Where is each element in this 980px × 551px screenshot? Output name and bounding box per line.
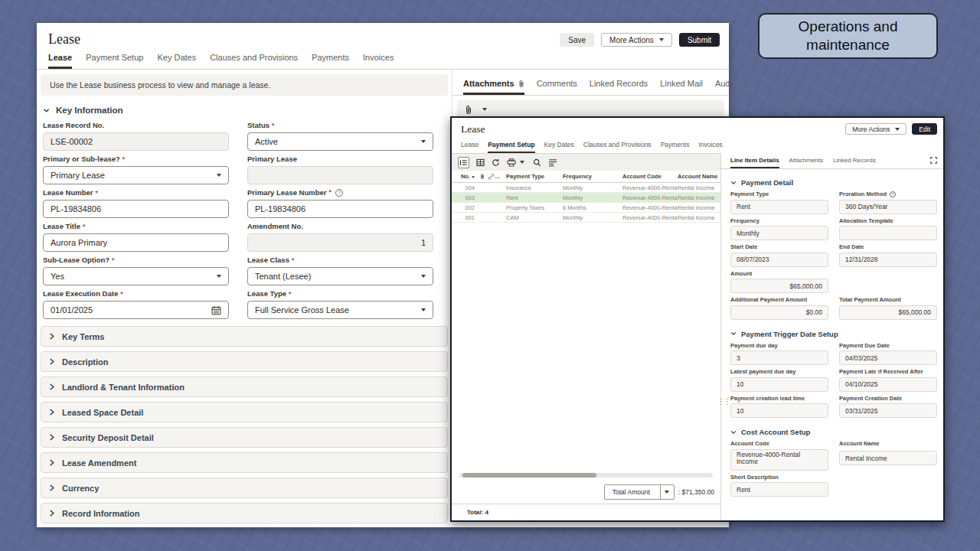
- tab-line-item-details[interactable]: Line Item Details: [730, 157, 779, 168]
- tab-payments[interactable]: Payments: [312, 53, 349, 69]
- field-amendment-no: Amendment No. 1: [247, 222, 433, 252]
- section-key-terms[interactable]: Key Terms: [41, 326, 448, 347]
- tab-comments[interactable]: Comments: [537, 79, 577, 95]
- lease-number-input[interactable]: PL-19834806: [43, 200, 229, 218]
- section-security-deposit-detail[interactable]: Security Deposit Detail: [41, 427, 448, 448]
- field-account-name: Account Name Rental Income: [839, 440, 937, 471]
- field-latest-payment-due-day: Latest payment due day 10: [730, 368, 828, 392]
- table-row[interactable]: 001 CAM Monthly Revenue-4000-Rental I...…: [452, 213, 720, 223]
- cost-account-header[interactable]: Cost Account Setup: [730, 428, 934, 436]
- table-row-selected[interactable]: 003 Rent Monthly Revenue-4000-Rental I..…: [452, 193, 720, 203]
- tab-key-dates[interactable]: Key Dates: [544, 141, 574, 153]
- search-icon[interactable]: [533, 158, 541, 167]
- chevron-down-icon: [217, 174, 221, 177]
- tab-attachments[interactable]: Attachments: [789, 157, 823, 168]
- sort-desc-icon: [472, 176, 475, 178]
- short-description-value: Rent: [730, 482, 828, 497]
- save-button[interactable]: Save: [560, 33, 594, 47]
- lease-execution-date-input[interactable]: 01/01/2025: [43, 301, 229, 319]
- grid-summary-bar: Total Amount : $71,350.00: [452, 481, 720, 504]
- section-description[interactable]: Description: [41, 351, 448, 372]
- expand-icon[interactable]: [930, 157, 937, 164]
- section-currency[interactable]: Currency: [41, 478, 448, 498]
- grid-view-icon[interactable]: [476, 158, 485, 167]
- annotation-tag: Operations and maintenance: [758, 13, 938, 59]
- help-icon[interactable]: ?: [335, 189, 343, 197]
- tab-clauses-and-provisions[interactable]: Clauses and Provisions: [210, 53, 298, 69]
- help-icon[interactable]: ?: [890, 191, 896, 197]
- tab-invoices[interactable]: Invoices: [363, 53, 394, 69]
- attach-file-button[interactable]: [465, 105, 472, 115]
- section-lease-amendment[interactable]: Lease Amendment: [41, 452, 448, 473]
- tab-audit[interactable]: Audit: [715, 79, 729, 95]
- tab-payments[interactable]: Payments: [661, 141, 690, 153]
- tab-lease[interactable]: Lease: [461, 141, 479, 153]
- tab-payment-setup[interactable]: Payment Setup: [86, 53, 143, 69]
- account-name-value: Rental Income: [839, 451, 937, 465]
- summary-metric-select[interactable]: Total Amount: [604, 484, 675, 500]
- tab-key-dates[interactable]: Key Dates: [157, 53, 196, 69]
- lease-record-no-input: LSE-00002: [43, 132, 229, 151]
- lease-title-input[interactable]: Aurora Primary: [43, 233, 229, 252]
- field-additional-payment-amount: Additional Payment Amount $0.00: [730, 296, 828, 320]
- account-code-value: Revenue-4000-Rental Income: [730, 449, 828, 471]
- lease-type-select[interactable]: Full Service Gross Lease: [247, 301, 433, 319]
- chevron-down-icon: [730, 429, 737, 435]
- chevron-down-icon[interactable]: [660, 485, 674, 499]
- payment-trigger-header[interactable]: Payment Trigger Date Setup: [730, 330, 934, 338]
- find-in-table-icon[interactable]: [548, 158, 557, 167]
- horizontal-scrollbar[interactable]: [459, 473, 713, 478]
- grid-header[interactable]: No. … Payment Type Frequency Account Cod…: [452, 171, 720, 183]
- field-payment-creation-lead-time: Payment creation lead time 10: [730, 395, 828, 419]
- more-actions-button[interactable]: More Actions: [845, 123, 906, 135]
- print-icon[interactable]: [507, 158, 516, 167]
- chevron-down-icon: [730, 180, 737, 186]
- tab-linked-mail[interactable]: Linked Mail: [660, 79, 703, 95]
- section-leased-space-detail[interactable]: Leased Space Detail: [41, 402, 448, 422]
- header-actions: More Actions Edit: [845, 123, 937, 135]
- tab-payment-setup[interactable]: Payment Setup: [488, 141, 534, 153]
- field-total-payment-amount: Total Payment Amount $65,000.00: [839, 296, 937, 320]
- scrollbar-thumb[interactable]: [462, 473, 596, 478]
- grid-toolbar: [452, 154, 720, 171]
- field-payment-type: Payment Type Rent: [730, 191, 828, 214]
- key-information-header[interactable]: Key Information: [43, 106, 448, 115]
- summary-value: : $71,350.00: [678, 488, 714, 496]
- chevron-down-icon[interactable]: [482, 108, 487, 111]
- refresh-icon[interactable]: [492, 158, 500, 167]
- field-allocation-template: Allocation Template: [839, 217, 937, 241]
- list-view-icon[interactable]: [458, 157, 469, 168]
- tab-attachments[interactable]: Attachments: [463, 79, 524, 95]
- more-actions-button[interactable]: More Actions: [601, 33, 672, 47]
- sublease-option-select[interactable]: Yes: [43, 267, 229, 285]
- chevron-down-icon[interactable]: [520, 161, 524, 164]
- tab-invoices[interactable]: Invoices: [698, 141, 722, 153]
- side-tabs: Attachments Comments Linked Records Link…: [452, 70, 729, 96]
- panel-resize-handle[interactable]: ⋮⋮: [717, 397, 730, 406]
- tab-linked-records[interactable]: Linked Records: [590, 79, 648, 95]
- payment-detail-header[interactable]: Payment Detail: [730, 178, 934, 187]
- field-amount: Amount $65,000.00: [730, 270, 828, 294]
- tab-clauses-and-provisions[interactable]: Clauses and Provisions: [583, 141, 652, 153]
- tab-lease[interactable]: Lease: [48, 53, 72, 69]
- tab-linked-records[interactable]: Linked Records: [833, 157, 876, 168]
- amount-value: $65,000.00: [730, 279, 828, 293]
- payment-due-date-value: 04/03/2025: [839, 350, 937, 365]
- table-row[interactable]: 004 Insurance Monthly Revenue-4000-Renta…: [452, 183, 720, 193]
- chevron-right-icon: [49, 459, 55, 466]
- primary-lease-number-input[interactable]: PL-19834806: [247, 200, 433, 218]
- table-row[interactable]: 002 Property Taxes 6 Months Revenue-4000…: [452, 203, 720, 213]
- primary-or-sublease-select[interactable]: Primary Lease: [43, 166, 229, 184]
- chevron-right-icon: [49, 383, 55, 390]
- section-landlord-tenant-information[interactable]: Landlord & Tenant Information: [41, 377, 448, 397]
- status-select[interactable]: Active: [247, 132, 433, 151]
- field-proration-method: Proration Method? 360 Days/Year: [839, 191, 937, 214]
- submit-button[interactable]: Submit: [679, 33, 720, 47]
- section-record-information[interactable]: Record Information: [41, 503, 448, 523]
- field-primary-lease-number: Primary Lease Number? PL-19834806: [247, 188, 433, 218]
- record-tabs: Lease Payment Setup Key Dates Clauses an…: [452, 140, 721, 154]
- key-information-fields: Lease Record No. LSE-00002 Status Active…: [41, 121, 448, 323]
- calendar-icon[interactable]: [211, 305, 221, 315]
- lease-class-select[interactable]: Tenant (Lesee): [247, 267, 433, 285]
- edit-button[interactable]: Edit: [912, 123, 937, 135]
